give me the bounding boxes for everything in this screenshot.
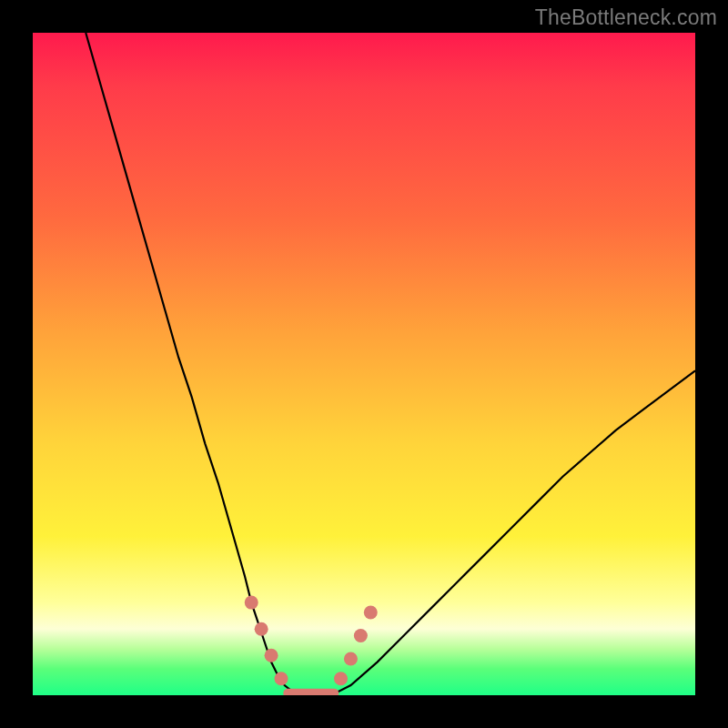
curve-marker [334,672,348,685]
curve-marker [275,672,288,685]
curve-marker [344,652,358,665]
curve-marker [255,622,268,636]
curve-marker [354,629,368,642]
outer-frame: TheBottleneck.com [0,0,728,728]
curve-layer [86,33,695,694]
chart-svg [33,33,695,695]
curve-marker [364,606,378,620]
bottleneck-curve [86,33,695,694]
plot-area [33,33,695,695]
curve-marker [245,596,258,610]
curve-marker [265,649,278,662]
watermark-text: TheBottleneck.com [535,5,717,30]
